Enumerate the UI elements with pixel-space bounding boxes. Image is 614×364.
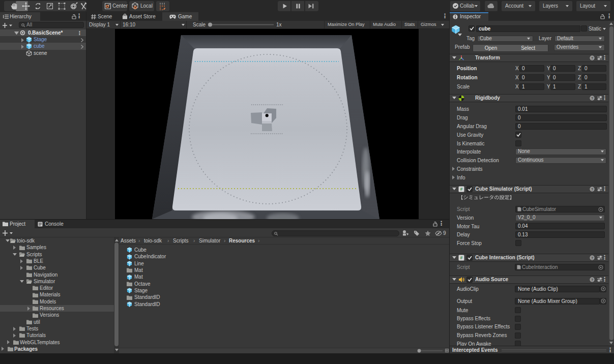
svg-text:#: #: [460, 187, 462, 192]
svg-text:?: ?: [591, 278, 594, 282]
svg-text:?: ?: [591, 56, 594, 60]
svg-text:?: ?: [591, 96, 594, 101]
svg-text:#: #: [460, 255, 462, 260]
svg-text:?: ?: [591, 256, 594, 260]
svg-text:?: ?: [591, 187, 594, 192]
